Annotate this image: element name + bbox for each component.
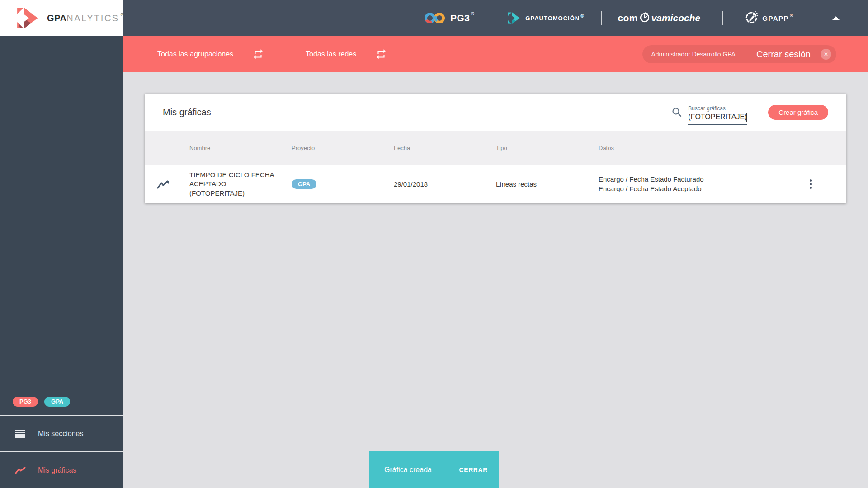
gpanalytics-logo: GPANALYTICS® [0, 0, 123, 36]
column-header-fecha: Fecha [394, 145, 496, 151]
pg3-infinity-icon [424, 12, 446, 24]
column-header-tipo: Tipo [496, 145, 599, 151]
row-type-cell: Líneas rectas [496, 180, 599, 188]
separator [601, 11, 602, 25]
column-header-nombre: Nombre [189, 145, 292, 151]
pg3-badge: PG3 [13, 397, 38, 407]
gpautomocion-logo[interactable]: GPAUTOMOCIÓN® [508, 12, 584, 24]
comprova-pre-text: com [618, 13, 638, 23]
column-header-datos: Datos [599, 145, 775, 151]
search-icon[interactable] [671, 107, 682, 117]
data-series-2: Encargo / Fecha Estado Aceptado [599, 184, 775, 194]
page-title: Mis gráficas [163, 107, 211, 117]
gpautomocion-wordmark: GPAUTOMOCIÓN® [525, 15, 584, 22]
search-field: Buscar gráficas [688, 99, 747, 125]
separator [722, 11, 723, 25]
create-chart-button[interactable]: Crear gráfica [768, 105, 828, 120]
topbar: PG3® GPAUTOMOCIÓN® com vamicoche [123, 0, 868, 36]
search-input[interactable] [688, 113, 747, 125]
swap-icon [252, 48, 264, 60]
pg3-wordmark: PG3® [450, 13, 474, 23]
user-name: Administrador Desarrollo GPA [651, 51, 735, 58]
chart-line-icon [15, 467, 26, 474]
gpapp-wordmark: GPAPP® [762, 14, 794, 22]
snackbar-close-button[interactable]: CERRAR [455, 464, 493, 476]
data-series-1: Encargo / Fecha Estado Facturado [599, 175, 775, 184]
groupings-label: Todas las agrupaciones [157, 50, 233, 58]
row-name-cell: TIEMPO DE CICLO FECHA ACEPTADO (FOTOPERI… [189, 170, 292, 198]
row-menu-cell [775, 177, 846, 192]
pg3-logo[interactable]: PG3® [424, 12, 474, 24]
gpapp-logo[interactable]: GPAPP® [745, 11, 794, 25]
gpa-badge: GPA [44, 397, 70, 407]
groupings-filter[interactable]: Todas las agrupaciones [157, 48, 264, 60]
search-label: Buscar gráficas [688, 105, 747, 112]
comprovamicoche-logo[interactable]: com vamicoche [618, 11, 701, 25]
gpautomocion-arrow-icon [508, 12, 521, 24]
logout-button[interactable]: Cerrar sesión [756, 49, 811, 60]
project-badge: GPA [292, 179, 316, 189]
swap-icon [375, 48, 387, 60]
separator [491, 11, 491, 25]
text-caret [746, 113, 747, 122]
sidebar-item-mis-secciones[interactable]: Mis secciones [0, 416, 123, 451]
sidebar-item-mis-graficas[interactable]: Mis gráficas [0, 452, 123, 488]
sidebar-item-label: Mis gráficas [38, 466, 76, 474]
collapse-up-icon[interactable] [832, 16, 840, 20]
logout-close-icon[interactable]: ✕ [821, 49, 831, 60]
row-project-cell: GPA [292, 179, 394, 189]
toolbar-right: Buscar gráficas Crear gráfica [671, 99, 828, 125]
separator [816, 11, 816, 25]
sidebar-item-label: Mis secciones [38, 430, 83, 438]
chart-name: TIEMPO DE CICLO FECHA ACEPTADO (FOTOPERI… [189, 170, 282, 198]
gpanalytics-arrow-icon [16, 7, 41, 29]
table-header: Nombre Proyecto Fecha Tipo Datos [145, 131, 846, 165]
networks-label: Todas las redes [306, 50, 356, 58]
row-menu-icon[interactable] [807, 177, 815, 192]
filter-bar: Todas las agrupaciones Todas las redes A… [123, 36, 868, 72]
environment-badges: PG3 GPA [0, 397, 123, 415]
stopwatch-icon [638, 11, 651, 25]
sidebar: GPANALYTICS® PG3 GPA Mis secciones [0, 0, 123, 488]
snackbar: Gráfica creada CERRAR [369, 451, 499, 488]
session-pill: Administrador Desarrollo GPA Cerrar sesi… [642, 45, 836, 63]
wrench-gauge-icon [745, 11, 758, 25]
sidebar-bottom: PG3 GPA Mis secciones [0, 397, 123, 488]
gpanalytics-wordmark: GPANALYTICS® [47, 13, 124, 23]
table-row[interactable]: TIEMPO DE CICLO FECHA ACEPTADO (FOTOPERI… [145, 165, 846, 203]
row-data-cell: Encargo / Fecha Estado Facturado Encargo… [599, 175, 775, 193]
comprova-post-text: vamicoche [651, 13, 701, 23]
graficas-card: Mis gráficas Buscar gráficas Crear gráfi… [145, 94, 846, 203]
row-date-cell: 29/01/2018 [394, 180, 496, 188]
networks-filter[interactable]: Todas las redes [306, 48, 387, 60]
card-toolbar: Mis gráficas Buscar gráficas Crear gráfi… [145, 94, 846, 131]
menu-icon [15, 430, 26, 438]
snackbar-message: Gráfica creada [384, 466, 432, 474]
row-chart-icon [145, 180, 189, 189]
column-header-proyecto: Proyecto [292, 145, 394, 151]
